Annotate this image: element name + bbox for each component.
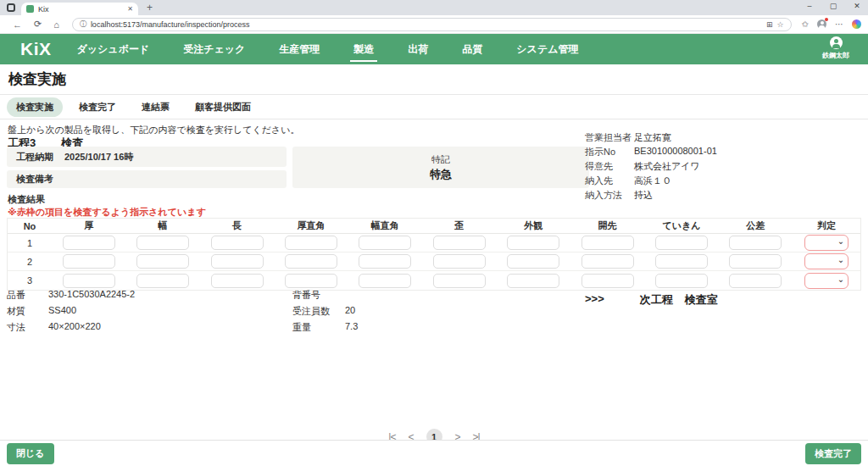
measurement-cell — [274, 274, 348, 288]
measurement-input-歪[interactable] — [433, 254, 486, 269]
tab-顧客提供図面[interactable]: 顧客提供図面 — [186, 97, 260, 117]
special-label: 特記 — [431, 153, 450, 166]
judgement-select[interactable]: ⌄ — [804, 235, 849, 251]
tab-close-icon[interactable]: ✕ — [127, 5, 133, 13]
workspace-icon[interactable] — [7, 3, 15, 12]
close-window-button[interactable]: ✕ — [853, 2, 861, 10]
user-name: 鉄鋼太郎 — [822, 51, 849, 60]
inspection-complete-button[interactable]: 検査完了 — [805, 443, 861, 464]
notification-dot — [825, 18, 828, 21]
results-heading: 検査結果 — [8, 193, 45, 206]
measurement-input-幅直角[interactable] — [359, 254, 411, 269]
measurement-input-厚直角[interactable] — [285, 236, 337, 250]
browser-tab[interactable]: Kix ✕ — [21, 3, 138, 15]
main-nav-menu: ダッシュボード受注チェック生産管理製造出荷品質システム管理 — [74, 34, 609, 64]
order-info-row: 納入先高浜１０ — [585, 175, 717, 187]
measurement-input-開先[interactable] — [581, 254, 634, 269]
measurement-input-幅直角[interactable] — [359, 236, 411, 250]
special-value: 特急 — [430, 167, 452, 182]
measurement-input-外観[interactable] — [507, 254, 559, 269]
measurement-input-厚[interactable] — [63, 254, 115, 269]
page-title-bar: 検査実施 — [0, 64, 868, 95]
measurement-cell — [496, 254, 570, 269]
row-number: 3 — [8, 275, 52, 286]
measurement-input-ていきん[interactable] — [655, 236, 708, 250]
measurement-input-長[interactable] — [211, 254, 264, 269]
measurement-input-厚直角[interactable] — [285, 274, 337, 288]
measurement-input-幅直角[interactable] — [359, 274, 411, 288]
site-info-icon[interactable]: ⓘ — [80, 19, 86, 29]
inspection-row: 1⌄ — [8, 234, 860, 252]
order-info-row: 営業担当者足立拓寛 — [585, 131, 717, 144]
measurement-input-公差[interactable] — [729, 236, 782, 250]
split-screen-icon[interactable]: ⊞ — [766, 20, 773, 29]
deadline-value: 2025/10/17 16時 — [64, 151, 133, 164]
measurement-input-外観[interactable] — [507, 274, 559, 288]
refresh-icon[interactable]: ⟳ — [34, 19, 42, 30]
measurement-cell — [570, 236, 644, 250]
judgement-select[interactable]: ⌄ — [804, 253, 849, 269]
measurement-input-ていきん[interactable] — [655, 274, 708, 288]
measurement-input-長[interactable] — [211, 236, 264, 250]
measurement-cell — [125, 236, 199, 250]
url-text[interactable]: localhost:5173/manufacture/inspection/pr… — [91, 20, 762, 29]
toolbar-right-icons: ✩ ⋯ — [802, 19, 861, 29]
judgement-select[interactable]: ⌄ — [804, 273, 849, 289]
measurement-input-開先[interactable] — [581, 274, 634, 288]
next-process-value: 検査室 — [685, 292, 718, 308]
inspection-row: 3⌄ — [8, 271, 860, 290]
maximize-button[interactable]: ▢ — [829, 2, 837, 10]
column-header-外観: 外観 — [496, 219, 570, 232]
measurement-input-長[interactable] — [211, 274, 264, 288]
tab-連結票[interactable]: 連結票 — [132, 97, 179, 117]
measurement-input-外観[interactable] — [507, 236, 559, 250]
measurement-input-幅[interactable] — [136, 254, 189, 269]
measurement-input-公差[interactable] — [729, 254, 782, 269]
close-button[interactable]: 閉じる — [7, 443, 54, 464]
inspection-row: 2⌄ — [8, 252, 860, 271]
back-icon[interactable]: ← — [13, 19, 22, 30]
nav-item-受注チェック[interactable]: 受注チェック — [180, 40, 248, 62]
measurement-input-幅[interactable] — [136, 236, 189, 250]
bookmark-star-icon[interactable]: ☆ — [777, 20, 784, 29]
product-info-row: 材質SS400 — [7, 305, 135, 318]
address-bar[interactable]: ⓘ localhost:5173/manufacture/inspection/… — [72, 18, 792, 31]
measurement-input-厚直角[interactable] — [285, 254, 337, 269]
deadline-label: 工程納期 — [16, 151, 53, 164]
product-info-value: 330-1C5030A2245-2 — [48, 289, 135, 302]
new-tab-button[interactable]: + — [147, 2, 153, 14]
minimize-button[interactable]: – — [805, 2, 814, 10]
measurement-cell — [496, 274, 570, 288]
measurement-input-公差[interactable] — [729, 274, 782, 288]
chevron-down-icon: ⌄ — [837, 275, 844, 284]
nav-item-品質[interactable]: 品質 — [459, 40, 486, 62]
browser-profile-avatar[interactable] — [817, 19, 826, 29]
tab-検査実施[interactable]: 検査実施 — [7, 97, 63, 117]
home-icon[interactable]: ⌂ — [53, 19, 59, 30]
judgement-cell: ⌄ — [793, 273, 860, 289]
product-info-label: 背番号 — [292, 289, 345, 302]
measurement-cell — [200, 254, 274, 269]
measurement-input-開先[interactable] — [581, 236, 634, 250]
measurement-input-厚[interactable] — [63, 274, 115, 288]
collections-icon[interactable]: ✩ — [802, 19, 809, 29]
tab-検査完了[interactable]: 検査完了 — [70, 97, 125, 117]
measurement-input-幅[interactable] — [136, 274, 189, 288]
judgement-cell: ⌄ — [793, 253, 860, 269]
product-info-value: SS400 — [48, 305, 76, 318]
measurement-input-厚[interactable] — [63, 236, 115, 250]
measurement-input-歪[interactable] — [433, 236, 486, 250]
order-info-label: 納入方法 — [585, 189, 634, 202]
nav-item-出荷[interactable]: 出荷 — [404, 40, 431, 62]
user-menu[interactable]: 鉄鋼太郎 — [822, 36, 849, 60]
nav-item-システム管理[interactable]: システム管理 — [513, 40, 581, 62]
nav-item-製造[interactable]: 製造 — [350, 40, 377, 62]
measurement-input-歪[interactable] — [433, 274, 486, 288]
measurement-cell — [719, 274, 793, 288]
nav-item-生産管理[interactable]: 生産管理 — [275, 40, 323, 62]
measurement-input-ていきん[interactable] — [655, 254, 708, 269]
browser-menu-icon[interactable]: ⋯ — [835, 19, 843, 29]
nav-item-ダッシュボード[interactable]: ダッシュボード — [74, 40, 153, 62]
copilot-icon[interactable] — [852, 19, 861, 29]
measurement-cell — [348, 274, 422, 288]
